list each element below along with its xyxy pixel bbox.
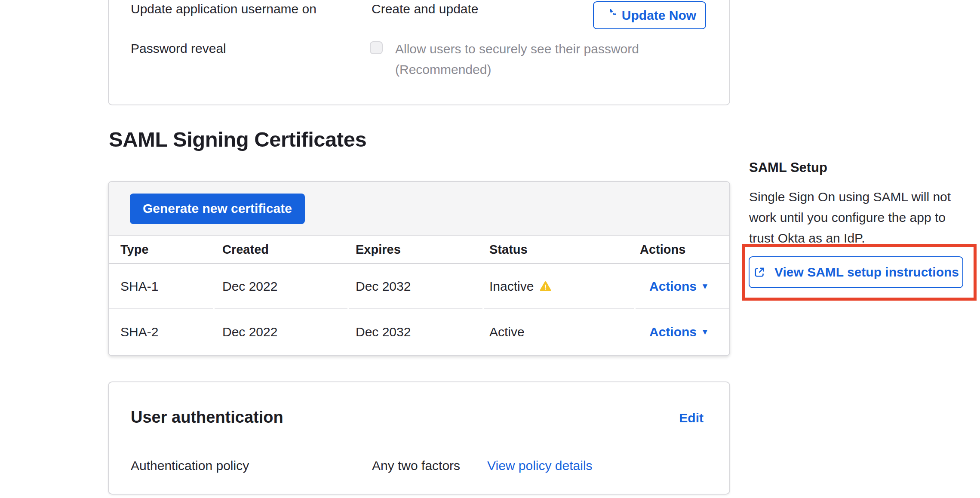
- column-header-type: Type: [109, 243, 213, 257]
- external-link-icon: [753, 266, 766, 279]
- cert-status: Active: [484, 309, 634, 354]
- password-reveal-label: Password reveal: [131, 41, 226, 56]
- warning-triangle-icon: [540, 281, 551, 292]
- authentication-policy-label: Authentication policy: [131, 458, 249, 473]
- view-saml-setup-instructions-button[interactable]: View SAML setup instructions: [749, 256, 963, 288]
- generate-certificate-button[interactable]: Generate new certificate: [130, 194, 305, 224]
- actions-label: Actions: [649, 279, 697, 294]
- column-header-expires: Expires: [349, 243, 482, 257]
- update-now-button[interactable]: Update Now: [593, 1, 706, 29]
- column-header-actions: Actions: [636, 243, 729, 257]
- cert-type: SHA-1: [109, 264, 213, 309]
- table-row-sha1: SHA-1 Dec 2022 Dec 2032 Inactive Actions…: [109, 264, 729, 309]
- actions-dropdown[interactable]: Actions ▼: [636, 279, 709, 294]
- certificates-table-header: Type Created Expires Status Actions: [109, 236, 729, 264]
- cert-actions-cell: Actions ▼: [636, 309, 729, 354]
- password-reveal-checkbox[interactable]: [370, 41, 383, 54]
- user-authentication-card: User authentication Edit Authentication …: [108, 381, 730, 495]
- column-header-created: Created: [215, 243, 347, 257]
- page-title: SAML Signing Certificates: [109, 127, 366, 151]
- cert-created: Dec 2022: [215, 309, 347, 354]
- cert-expires: Dec 2032: [349, 264, 482, 309]
- cert-status: Inactive: [484, 264, 634, 309]
- username-update-label: Update application username on: [131, 2, 316, 16]
- status-text: Active: [489, 325, 525, 339]
- certificates-toolbar: Generate new certificate: [109, 182, 729, 236]
- refresh-icon: [603, 9, 616, 22]
- password-reveal-checkbox-label: Allow users to securely see their passwo…: [395, 39, 639, 80]
- cert-created: Dec 2022: [215, 264, 347, 309]
- saml-setup-title: SAML Setup: [749, 160, 827, 175]
- table-row-sha2: SHA-2 Dec 2022 Dec 2032 Active Actions ▼: [109, 309, 729, 354]
- actions-label: Actions: [649, 325, 697, 339]
- user-authentication-title: User authentication: [131, 408, 283, 427]
- cert-actions-cell: Actions ▼: [636, 264, 729, 309]
- status-text: Inactive: [489, 279, 534, 294]
- cert-expires: Dec 2032: [349, 309, 482, 354]
- username-update-value: Create and update: [372, 2, 479, 16]
- column-header-status: Status: [484, 243, 634, 257]
- cert-type: SHA-2: [109, 309, 213, 354]
- edit-link[interactable]: Edit: [679, 411, 704, 425]
- update-now-label: Update Now: [622, 8, 696, 23]
- caret-down-icon: ▼: [701, 327, 709, 337]
- caret-down-icon: ▼: [701, 282, 709, 291]
- saml-certificates-card: Generate new certificate Type Created Ex…: [108, 181, 730, 356]
- view-saml-setup-label: View SAML setup instructions: [774, 265, 959, 280]
- saml-setup-description: Single Sign On using SAML will not work …: [749, 187, 964, 249]
- view-policy-details-link[interactable]: View policy details: [487, 458, 593, 473]
- app-settings-card: Update application username on Create an…: [108, 0, 730, 105]
- actions-dropdown[interactable]: Actions ▼: [636, 325, 709, 339]
- authentication-policy-value: Any two factors: [372, 458, 460, 473]
